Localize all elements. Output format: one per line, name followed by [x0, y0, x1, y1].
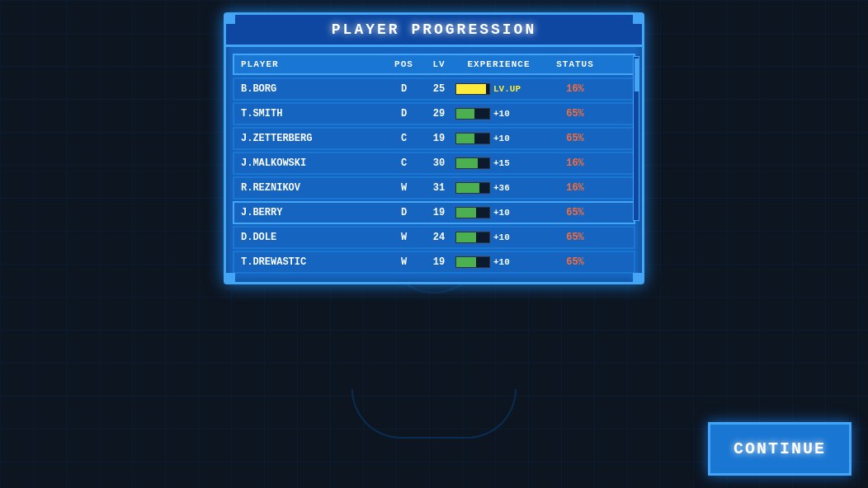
player-status: 65% [542, 256, 608, 268]
xp-bar-wrapper [455, 133, 490, 144]
player-pos: W [385, 182, 422, 194]
xp-bar-wrapper [455, 207, 490, 218]
player-status: 16% [542, 182, 608, 194]
xp-bar-fill [456, 208, 476, 218]
xp-bar-wrapper [455, 108, 490, 120]
player-name: R.REZNIKOV [241, 182, 385, 194]
player-lv: 29 [422, 108, 455, 120]
court-arc-bottom [351, 389, 517, 439]
player-lv: 19 [422, 133, 455, 144]
player-xp: LV.UP [455, 83, 542, 95]
header-lv: LV [422, 59, 455, 69]
table-row: J.MALKOWSKI C 30 +15 16% [233, 152, 635, 175]
player-name: T.SMITH [241, 108, 385, 120]
table-row: J.ZETTERBERG C 19 +10 65% [233, 127, 635, 150]
panel-title: PLAYER PROGRESSION [332, 21, 536, 38]
player-name: B.BORG [241, 83, 385, 95]
player-pos: D [385, 83, 422, 95]
header-pos: POS [385, 59, 422, 69]
xp-bar-wrapper [455, 232, 490, 243]
header-player: PLAYER [241, 59, 385, 69]
player-status: 65% [542, 232, 608, 243]
xp-bar-fill [456, 158, 478, 168]
player-lv: 31 [422, 182, 455, 194]
player-xp: +10 [455, 256, 542, 268]
player-status: 16% [542, 157, 608, 169]
table-row: J.BERRY D 19 +10 65% [233, 201, 635, 224]
header-experience: EXPERIENCE [455, 59, 542, 69]
header-status: STATUS [542, 59, 608, 69]
progression-table: PLAYER POS LV EXPERIENCE STATUS B.BORG D… [226, 47, 642, 282]
player-lv: 30 [422, 157, 455, 169]
player-name: J.ZETTERBERG [241, 133, 385, 144]
xp-bar-wrapper [455, 157, 490, 169]
xp-bar-fill [456, 232, 476, 242]
progression-panel: PLAYER PROGRESSION PLAYER POS LV EXPERIE… [224, 12, 644, 284]
player-status: 65% [542, 108, 608, 120]
player-lv: 19 [422, 207, 455, 218]
player-status: 65% [542, 207, 608, 218]
player-pos: W [385, 256, 422, 268]
table-row: B.BORG D 25 LV.UP 16% [233, 77, 635, 101]
xp-bar-fill [456, 183, 479, 193]
player-pos: D [385, 108, 422, 120]
title-bar: PLAYER PROGRESSION [226, 15, 642, 47]
player-name: J.BERRY [241, 207, 385, 218]
player-lv: 19 [422, 256, 455, 268]
scrollbar[interactable] [633, 56, 639, 221]
player-lv: 24 [422, 232, 455, 243]
player-status: 16% [542, 83, 608, 95]
table-header: PLAYER POS LV EXPERIENCE STATUS [233, 54, 635, 75]
player-xp: +10 [455, 207, 542, 218]
scroll-thumb [634, 59, 639, 92]
player-name: J.MALKOWSKI [241, 157, 385, 169]
player-name: D.DOLE [241, 232, 385, 243]
player-pos: C [385, 157, 422, 169]
player-xp: +15 [455, 157, 542, 169]
player-pos: C [385, 133, 422, 144]
player-xp: +10 [455, 108, 542, 120]
xp-bar-fill [456, 109, 474, 119]
xp-bar-wrapper [455, 182, 490, 194]
table-row: T.DREWASTIC W 19 +10 65% [233, 251, 635, 274]
table-row: T.SMITH D 29 +10 65% [233, 102, 635, 125]
xp-bar-fill [456, 84, 486, 94]
player-xp: +10 [455, 133, 542, 144]
xp-bar-wrapper [455, 256, 490, 268]
xp-bar-fill [456, 134, 474, 143]
table-row: R.REZNIKOV W 31 +36 16% [233, 176, 635, 199]
player-name: T.DREWASTIC [241, 256, 385, 268]
player-xp: +10 [455, 232, 542, 243]
player-xp: +36 [455, 182, 542, 194]
xp-bar-wrapper [455, 83, 490, 95]
player-status: 65% [542, 133, 608, 144]
player-rows-container: B.BORG D 25 LV.UP 16% T.SMITH D 29 [233, 77, 635, 274]
table-row: D.DOLE W 24 +10 65% [233, 226, 635, 249]
xp-bar-fill [456, 257, 476, 267]
player-lv: 25 [422, 83, 455, 95]
continue-button[interactable]: CONTINUE [708, 422, 851, 476]
player-pos: D [385, 207, 422, 218]
player-pos: W [385, 232, 422, 243]
